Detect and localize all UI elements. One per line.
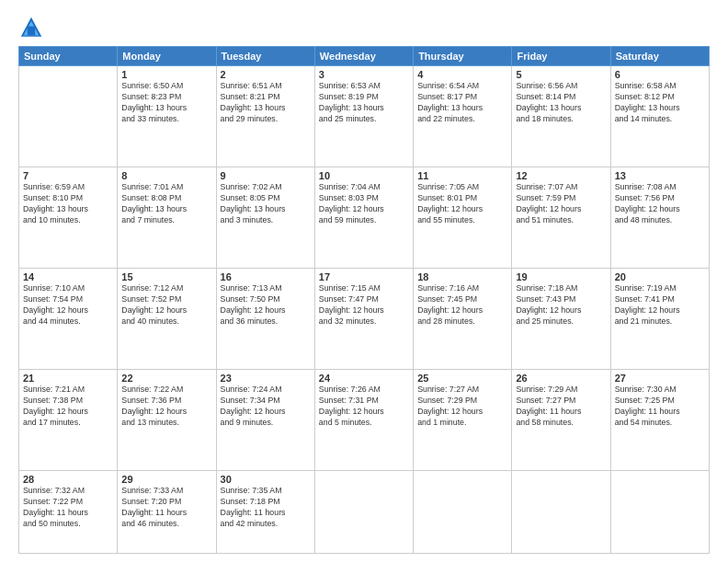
cell-info: Sunrise: 6:56 AM Sunset: 8:14 PM Dayligh…	[516, 81, 606, 125]
cell-day-number: 17	[319, 271, 409, 282]
cell-info: Sunrise: 7:05 AM Sunset: 8:01 PM Dayligh…	[417, 182, 507, 226]
calendar-cell: 8Sunrise: 7:01 AM Sunset: 8:08 PM Daylig…	[118, 167, 216, 269]
calendar-cell: 18Sunrise: 7:16 AM Sunset: 7:45 PM Dayli…	[414, 269, 512, 370]
logo-icon	[18, 15, 44, 40]
calendar-cell: 29Sunrise: 7:33 AM Sunset: 7:20 PM Dayli…	[118, 471, 216, 554]
header-day-monday: Monday	[118, 47, 216, 66]
cell-info: Sunrise: 6:59 AM Sunset: 8:10 PM Dayligh…	[23, 182, 113, 226]
cell-day-number: 22	[121, 373, 211, 384]
cell-day-number: 21	[23, 373, 113, 384]
calendar-cell: 20Sunrise: 7:19 AM Sunset: 7:41 PM Dayli…	[610, 269, 709, 370]
calendar-cell: 9Sunrise: 7:02 AM Sunset: 8:05 PM Daylig…	[216, 167, 314, 269]
week-row-4: 21Sunrise: 7:21 AM Sunset: 7:38 PM Dayli…	[19, 370, 710, 471]
cell-info: Sunrise: 7:15 AM Sunset: 7:47 PM Dayligh…	[319, 283, 409, 327]
calendar-cell: 4Sunrise: 6:54 AM Sunset: 8:17 PM Daylig…	[414, 66, 512, 167]
calendar-cell: 25Sunrise: 7:27 AM Sunset: 7:29 PM Dayli…	[414, 370, 512, 471]
cell-info: Sunrise: 7:30 AM Sunset: 7:25 PM Dayligh…	[615, 385, 705, 429]
cell-day-number: 27	[615, 373, 705, 384]
header-row: SundayMondayTuesdayWednesdayThursdayFrid…	[19, 47, 710, 66]
cell-day-number: 23	[221, 373, 311, 384]
cell-day-number: 18	[417, 271, 507, 282]
calendar-body: 1Sunrise: 6:50 AM Sunset: 8:23 PM Daylig…	[19, 66, 710, 554]
calendar-cell: 3Sunrise: 6:53 AM Sunset: 8:19 PM Daylig…	[314, 66, 413, 167]
cell-day-number: 9	[221, 170, 311, 181]
header	[18, 15, 710, 40]
cell-day-number: 15	[121, 271, 211, 282]
cell-info: Sunrise: 7:07 AM Sunset: 7:59 PM Dayligh…	[516, 182, 606, 226]
cell-info: Sunrise: 7:19 AM Sunset: 7:41 PM Dayligh…	[615, 283, 705, 327]
cell-info: Sunrise: 7:12 AM Sunset: 7:52 PM Dayligh…	[121, 283, 211, 327]
cell-info: Sunrise: 7:04 AM Sunset: 8:03 PM Dayligh…	[319, 182, 409, 226]
calendar-cell: 19Sunrise: 7:18 AM Sunset: 7:43 PM Dayli…	[512, 269, 610, 370]
calendar-cell: 10Sunrise: 7:04 AM Sunset: 8:03 PM Dayli…	[314, 167, 413, 269]
calendar-cell: 28Sunrise: 7:32 AM Sunset: 7:22 PM Dayli…	[19, 471, 118, 554]
calendar-cell: 14Sunrise: 7:10 AM Sunset: 7:54 PM Dayli…	[19, 269, 118, 370]
cell-info: Sunrise: 6:50 AM Sunset: 8:23 PM Dayligh…	[121, 81, 211, 125]
cell-info: Sunrise: 7:10 AM Sunset: 7:54 PM Dayligh…	[23, 283, 113, 327]
cell-day-number: 4	[417, 69, 507, 80]
cell-day-number: 2	[221, 69, 311, 80]
cell-info: Sunrise: 6:51 AM Sunset: 8:21 PM Dayligh…	[221, 81, 311, 125]
cell-info: Sunrise: 7:18 AM Sunset: 7:43 PM Dayligh…	[516, 283, 606, 327]
calendar-cell: 26Sunrise: 7:29 AM Sunset: 7:27 PM Dayli…	[512, 370, 610, 471]
cell-info: Sunrise: 7:32 AM Sunset: 7:22 PM Dayligh…	[23, 486, 113, 530]
calendar-cell: 21Sunrise: 7:21 AM Sunset: 7:38 PM Dayli…	[19, 370, 118, 471]
cell-day-number: 29	[121, 474, 211, 485]
cell-day-number: 6	[615, 69, 705, 80]
calendar-cell: 17Sunrise: 7:15 AM Sunset: 7:47 PM Dayli…	[314, 269, 413, 370]
calendar-cell	[314, 471, 413, 554]
calendar-cell: 12Sunrise: 7:07 AM Sunset: 7:59 PM Dayli…	[512, 167, 610, 269]
week-row-5: 28Sunrise: 7:32 AM Sunset: 7:22 PM Dayli…	[19, 471, 710, 554]
cell-info: Sunrise: 7:02 AM Sunset: 8:05 PM Dayligh…	[221, 182, 311, 226]
week-row-3: 14Sunrise: 7:10 AM Sunset: 7:54 PM Dayli…	[19, 269, 710, 370]
calendar-cell: 6Sunrise: 6:58 AM Sunset: 8:12 PM Daylig…	[610, 66, 709, 167]
header-day-wednesday: Wednesday	[314, 47, 413, 66]
cell-day-number: 10	[319, 170, 409, 181]
cell-day-number: 28	[23, 474, 113, 485]
cell-day-number: 30	[221, 474, 311, 485]
calendar-cell: 2Sunrise: 6:51 AM Sunset: 8:21 PM Daylig…	[216, 66, 314, 167]
cell-info: Sunrise: 7:35 AM Sunset: 7:18 PM Dayligh…	[221, 486, 311, 530]
cell-day-number: 24	[319, 373, 409, 384]
calendar-cell	[414, 471, 512, 554]
cell-info: Sunrise: 6:53 AM Sunset: 8:19 PM Dayligh…	[319, 81, 409, 125]
logo	[18, 15, 48, 40]
header-day-thursday: Thursday	[414, 47, 512, 66]
cell-info: Sunrise: 7:01 AM Sunset: 8:08 PM Dayligh…	[121, 182, 211, 226]
cell-info: Sunrise: 7:27 AM Sunset: 7:29 PM Dayligh…	[417, 385, 507, 429]
calendar-cell: 24Sunrise: 7:26 AM Sunset: 7:31 PM Dayli…	[314, 370, 413, 471]
header-day-saturday: Saturday	[610, 47, 709, 66]
cell-day-number: 1	[121, 69, 211, 80]
cell-info: Sunrise: 6:54 AM Sunset: 8:17 PM Dayligh…	[417, 81, 507, 125]
cell-info: Sunrise: 7:21 AM Sunset: 7:38 PM Dayligh…	[23, 385, 113, 429]
cell-day-number: 12	[516, 170, 606, 181]
calendar-cell: 15Sunrise: 7:12 AM Sunset: 7:52 PM Dayli…	[118, 269, 216, 370]
calendar-cell: 13Sunrise: 7:08 AM Sunset: 7:56 PM Dayli…	[610, 167, 709, 269]
cell-info: Sunrise: 6:58 AM Sunset: 8:12 PM Dayligh…	[615, 81, 705, 125]
cell-day-number: 3	[319, 69, 409, 80]
cell-day-number: 5	[516, 69, 606, 80]
cell-info: Sunrise: 7:26 AM Sunset: 7:31 PM Dayligh…	[319, 385, 409, 429]
cell-day-number: 7	[23, 170, 113, 181]
header-day-tuesday: Tuesday	[216, 47, 314, 66]
cell-day-number: 16	[221, 271, 311, 282]
cell-info: Sunrise: 7:22 AM Sunset: 7:36 PM Dayligh…	[121, 385, 211, 429]
cell-info: Sunrise: 7:16 AM Sunset: 7:45 PM Dayligh…	[417, 283, 507, 327]
week-row-1: 1Sunrise: 6:50 AM Sunset: 8:23 PM Daylig…	[19, 66, 710, 167]
calendar-cell: 23Sunrise: 7:24 AM Sunset: 7:34 PM Dayli…	[216, 370, 314, 471]
cell-info: Sunrise: 7:08 AM Sunset: 7:56 PM Dayligh…	[615, 182, 705, 226]
calendar-table: SundayMondayTuesdayWednesdayThursdayFrid…	[18, 46, 710, 554]
svg-rect-2	[28, 27, 35, 36]
calendar-cell: 1Sunrise: 6:50 AM Sunset: 8:23 PM Daylig…	[118, 66, 216, 167]
cell-info: Sunrise: 7:33 AM Sunset: 7:20 PM Dayligh…	[121, 486, 211, 530]
week-row-2: 7Sunrise: 6:59 AM Sunset: 8:10 PM Daylig…	[19, 167, 710, 269]
calendar-cell: 16Sunrise: 7:13 AM Sunset: 7:50 PM Dayli…	[216, 269, 314, 370]
calendar-cell	[512, 471, 610, 554]
cell-day-number: 19	[516, 271, 606, 282]
calendar-cell	[610, 471, 709, 554]
calendar-cell: 11Sunrise: 7:05 AM Sunset: 8:01 PM Dayli…	[414, 167, 512, 269]
cell-info: Sunrise: 7:24 AM Sunset: 7:34 PM Dayligh…	[221, 385, 311, 429]
calendar-cell: 27Sunrise: 7:30 AM Sunset: 7:25 PM Dayli…	[610, 370, 709, 471]
header-day-friday: Friday	[512, 47, 610, 66]
cell-day-number: 11	[417, 170, 507, 181]
